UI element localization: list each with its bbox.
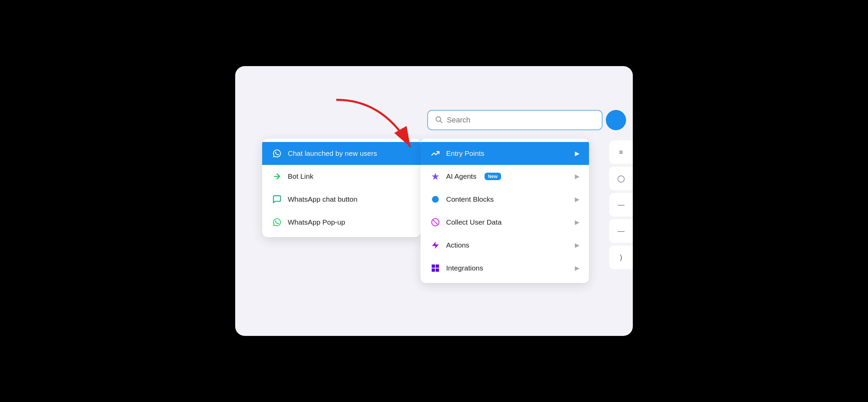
svg-line-5 (433, 220, 438, 225)
collect-user-data-icon (430, 217, 441, 228)
menu-label-whatsapp-chat-button: WhatsApp chat button (288, 195, 358, 203)
right-dropdown: Entry Points ▶ AI Agents New ▶ (421, 139, 589, 283)
menu-label-chat-launched: Chat launched by new users (288, 149, 377, 157)
side-panel-btn-2[interactable]: ◯ (609, 167, 633, 190)
svg-rect-7 (436, 264, 439, 268)
collect-user-data-chevron: ▶ (575, 219, 580, 226)
action-button[interactable] (606, 110, 626, 130)
entry-points-chevron: ▶ (575, 150, 580, 157)
collect-user-data-label: Collect User Data (446, 218, 502, 226)
side-icon-2: ◯ (617, 174, 625, 182)
content-blocks-label: Content Blocks (446, 195, 494, 203)
side-panel-btn-3[interactable]: — (609, 193, 633, 217)
integrations-chevron: ▶ (575, 264, 580, 272)
svg-rect-9 (436, 268, 439, 272)
svg-point-3 (432, 196, 439, 203)
ai-agents-chevron: ▶ (575, 173, 580, 180)
ai-agents-left: AI Agents New (430, 171, 501, 182)
actions-label: Actions (446, 241, 469, 249)
whatsapp-popup-icon (272, 217, 282, 228)
side-icon-3: — (618, 201, 624, 209)
right-menu-item-integrations[interactable]: Integrations ▶ (421, 257, 589, 280)
content-blocks-left: Content Blocks (430, 194, 494, 205)
side-panel: ≡ ◯ — — ) (609, 140, 633, 269)
menu-label-bot-link: Bot Link (288, 172, 313, 180)
bot-link-icon (272, 171, 282, 182)
left-dropdown: Chat launched by new users Bot Link (262, 139, 421, 237)
search-bar-wrapper (427, 110, 602, 130)
content-blocks-chevron: ▶ (575, 196, 580, 203)
menu-item-whatsapp-chat-button[interactable]: WhatsApp chat button (262, 188, 421, 211)
entry-points-label: Entry Points (446, 149, 484, 157)
integrations-left: Integrations (430, 263, 483, 274)
menu-item-whatsapp-popup[interactable]: WhatsApp Pop-up (262, 211, 421, 234)
main-container: ≡ ◯ — — ) Chat launched by new use (235, 66, 633, 336)
actions-icon (430, 240, 441, 251)
whatsapp-icon (272, 148, 282, 159)
side-icon-4: — (618, 227, 624, 235)
svg-rect-6 (432, 264, 435, 268)
actions-chevron: ▶ (575, 241, 580, 249)
right-menu-item-actions[interactable]: Actions ▶ (421, 234, 589, 257)
svg-line-2 (440, 121, 442, 123)
ai-agents-icon (430, 171, 441, 182)
side-icon-5: ) (620, 254, 622, 261)
actions-left: Actions (430, 240, 469, 251)
right-menu-item-entry-points[interactable]: Entry Points ▶ (421, 142, 589, 165)
integrations-label: Integrations (446, 264, 483, 272)
collect-user-data-left: Collect User Data (430, 217, 502, 228)
menu-item-bot-link[interactable]: Bot Link (262, 165, 421, 188)
right-menu-item-collect-user-data[interactable]: Collect User Data ▶ (421, 211, 589, 234)
content-blocks-icon (430, 194, 441, 205)
ai-agents-badge: New (485, 173, 501, 180)
search-icon (435, 115, 443, 125)
side-panel-btn-5[interactable]: ) (609, 246, 633, 269)
ai-agents-label: AI Agents (446, 172, 476, 180)
search-input[interactable] (447, 116, 595, 124)
entry-points-left: Entry Points (430, 148, 484, 159)
side-panel-btn-1[interactable]: ≡ (609, 140, 633, 164)
search-bar (427, 110, 602, 130)
right-menu-item-content-blocks[interactable]: Content Blocks ▶ (421, 188, 589, 211)
svg-rect-8 (432, 268, 435, 272)
right-menu-item-ai-agents[interactable]: AI Agents New ▶ (421, 165, 589, 188)
integrations-icon (430, 263, 441, 274)
whatsapp-chat-button-icon (272, 194, 282, 205)
menu-label-whatsapp-popup: WhatsApp Pop-up (288, 218, 345, 226)
side-panel-btn-4[interactable]: — (609, 219, 633, 243)
entry-points-icon (430, 148, 441, 159)
dropdown-container: Chat launched by new users Bot Link (262, 139, 589, 283)
menu-item-chat-launched[interactable]: Chat launched by new users (262, 142, 421, 165)
side-icon-1: ≡ (619, 148, 623, 156)
